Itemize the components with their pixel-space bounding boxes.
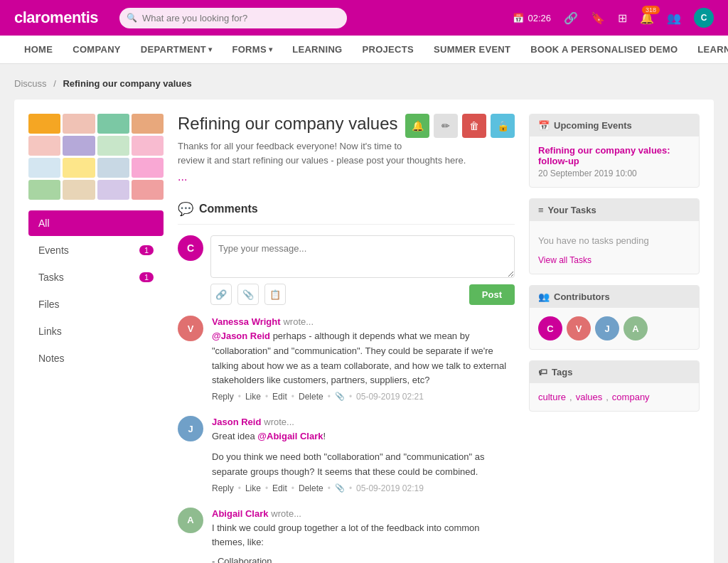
your-tasks-widget: ≡ Your Tasks You have no tasks pending V… — [529, 198, 700, 274]
sidebar-nav-item[interactable]: All — [28, 210, 164, 236]
comment-timestamp: 05-09-2019 02:19 — [356, 483, 424, 493]
nav-book-demo[interactable]: BOOK A PERSONALISED DEMO — [520, 36, 687, 64]
nav-projects[interactable]: PROJECTS — [352, 36, 423, 64]
reply-link[interactable]: Reply — [212, 392, 234, 402]
nav-forms[interactable]: FORMS▾ — [222, 36, 282, 64]
sidebar-badge: 1 — [139, 245, 154, 255]
comment-avatar: V — [178, 316, 203, 341]
delete-link[interactable]: Delete — [299, 392, 323, 402]
sidebar-nav-label: Notes — [38, 353, 65, 364]
link-icon[interactable]: 🔗 — [564, 11, 578, 25]
tags-body: culture ,values ,company — [530, 383, 699, 411]
contributor-avatar[interactable]: A — [623, 316, 648, 341]
delete-action-button[interactable]: 🗑 — [462, 114, 486, 138]
breadcrumb-parent[interactable]: Discuss — [14, 78, 47, 89]
bookmark-icon[interactable]: 🔖 — [591, 11, 605, 25]
emoji-toolbar-button[interactable]: 📋 — [264, 284, 286, 305]
tags-widget: 🏷 Tags culture ,values ,company — [529, 360, 700, 412]
tag-item[interactable]: company — [612, 392, 650, 402]
users-icon[interactable]: 👥 — [667, 11, 681, 25]
comment-box-wrap: 🔗 📎 📋 Post — [210, 235, 515, 305]
discuss-description: Thanks for all your feedback everyone! N… — [178, 139, 515, 167]
nav-learn-more[interactable]: LEARN MORE — [687, 36, 728, 64]
contributor-avatar[interactable]: C — [538, 316, 562, 341]
contributor-avatar[interactable]: J — [595, 316, 619, 341]
comment-author: Jason Reid — [212, 417, 261, 427]
search-bar: 🔍 — [119, 8, 347, 28]
bell-icon[interactable]: 🔔 318 — [640, 11, 654, 25]
attachment-icon: 📎 — [335, 483, 345, 493]
mention: @Jason Reid — [212, 331, 270, 341]
tag-item[interactable]: values — [576, 392, 603, 402]
tags-list: culture ,values ,company — [538, 392, 690, 402]
app-logo[interactable]: claromentis — [14, 9, 98, 27]
attach-toolbar-button[interactable]: 📎 — [237, 284, 259, 305]
color-tile — [63, 114, 95, 134]
main-content: 🔔 ✏ 🗑 🔒 Refining our company values Than… — [178, 114, 515, 563]
comment-icon: 💬 — [178, 201, 193, 217]
sidebar-nav-item[interactable]: Notes — [28, 345, 164, 371]
post-button[interactable]: Post — [469, 284, 515, 305]
app-header: claromentis 🔍 📅 02:26 🔗 🔖 ⊞ 🔔 318 👥 C — [0, 0, 728, 36]
event-link[interactable]: Refining our company values: follow-up — [538, 145, 690, 166]
main-container: Discuss / Refining our company values Al… — [0, 64, 728, 563]
breadcrumb-current: Refining our company values — [63, 78, 191, 89]
comment-text: I think we could group together a lot of… — [212, 521, 515, 551]
bell-action-button[interactable]: 🔔 — [405, 114, 429, 138]
header-icons: 📅 02:26 🔗 🔖 ⊞ 🔔 318 👥 C — [513, 8, 714, 28]
more-button[interactable]: ... — [178, 171, 515, 183]
nav-summer-event[interactable]: SUMMER EVENT — [424, 36, 520, 64]
tasks-icon: ≡ — [538, 205, 544, 215]
contributor-avatar[interactable]: V — [567, 316, 591, 341]
color-tile — [63, 158, 95, 178]
your-tasks-header: ≡ Your Tasks — [530, 199, 699, 221]
comment-body: Jason Reid wrote... Great idea @Abigail … — [212, 416, 515, 493]
nav-company[interactable]: COMPANY — [63, 36, 131, 64]
tag-item[interactable]: culture — [538, 392, 566, 402]
breadcrumb: Discuss / Refining our company values — [14, 78, 714, 89]
sidebar-nav-item[interactable]: Links — [28, 318, 164, 344]
right-sidebar: 📅 Upcoming Events Refining our company v… — [529, 114, 700, 563]
grid-icon[interactable]: ⊞ — [618, 11, 627, 25]
user-avatar[interactable]: C — [694, 8, 714, 28]
chevron-down-icon: ▾ — [208, 45, 212, 53]
like-link[interactable]: Like — [245, 392, 261, 402]
main-nav: HOME COMPANY DEPARTMENT▾ FORMS▾ LEARNING… — [0, 36, 728, 64]
lock-action-button[interactable]: 🔒 — [491, 114, 515, 138]
nav-home[interactable]: HOME — [14, 36, 63, 64]
color-tile — [28, 136, 60, 156]
comment-textarea[interactable] — [210, 235, 515, 278]
color-tile — [132, 158, 164, 178]
comment-item: V Vanessa Wright wrote... @Jason Reid pe… — [178, 316, 515, 402]
mention: @Abigail Clark — [257, 431, 323, 441]
edit-action-button[interactable]: ✏ — [434, 114, 458, 138]
comment-actions: Reply • Like • Edit • Delete • 📎 • 05-09… — [212, 392, 515, 402]
color-tile — [97, 158, 129, 178]
calendar-widget-icon: 📅 — [538, 120, 550, 131]
sidebar-nav-item[interactable]: Tasks1 — [28, 264, 164, 290]
edit-link[interactable]: Edit — [272, 392, 287, 402]
delete-link[interactable]: Delete — [299, 483, 323, 493]
your-tasks-body: You have no tasks pending View all Tasks — [530, 221, 699, 274]
search-input[interactable] — [119, 8, 347, 28]
attachment-icon: 📎 — [335, 392, 345, 402]
comment-body: Vanessa Wright wrote... @Jason Reid perh… — [212, 316, 515, 402]
comment-text: Great idea @Abigail Clark! — [212, 429, 515, 444]
upcoming-events-header: 📅 Upcoming Events — [530, 114, 699, 136]
sidebar-nav-item[interactable]: Files — [28, 291, 164, 317]
view-all-tasks-link[interactable]: View all Tasks — [538, 255, 690, 265]
color-tile — [63, 136, 95, 156]
sidebar-nav-label: All — [38, 218, 50, 229]
nav-learning[interactable]: LEARNING — [282, 36, 352, 64]
comment-item: J Jason Reid wrote... Great idea @Abigai… — [178, 416, 515, 493]
sidebar-nav-item[interactable]: Events1 — [28, 237, 164, 263]
nav-department[interactable]: DEPARTMENT▾ — [131, 36, 223, 64]
edit-link[interactable]: Edit — [272, 483, 287, 493]
reply-link[interactable]: Reply — [212, 483, 234, 493]
like-link[interactable]: Like — [245, 483, 261, 493]
link-toolbar-button[interactable]: 🔗 — [210, 284, 232, 305]
tag-icon: 🏷 — [538, 367, 547, 377]
left-sidebar: AllEvents1Tasks1FilesLinksNotes — [28, 114, 164, 563]
tag-separator: , — [606, 392, 609, 402]
notification-badge: 318 — [642, 6, 660, 14]
